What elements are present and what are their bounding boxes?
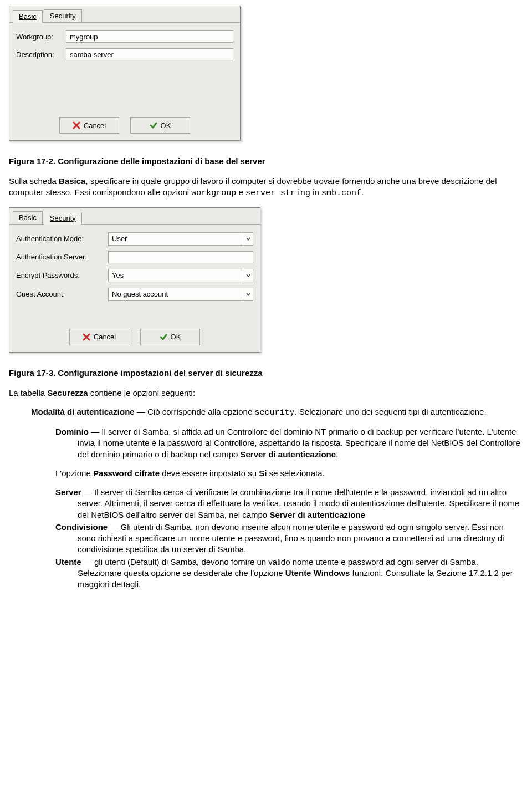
tabs: Basic Security: [9, 6, 240, 23]
ok-button[interactable]: OK: [140, 329, 200, 345]
cancel-button[interactable]: Cancel: [69, 329, 129, 345]
description-value: samba server: [70, 50, 114, 59]
workgroup-label: Workgroup:: [16, 33, 66, 41]
def-condivisione: Condivisione — Gli utenti di Samba, non …: [55, 522, 523, 555]
paragraph-1: Sulla scheda Basica, specificare in qual…: [9, 176, 523, 200]
guest-value: No guest account: [109, 290, 243, 298]
figure-caption-1: Figura 17-2. Configurazione delle impost…: [9, 156, 525, 166]
def-server: Server — Il server di Samba cerca di ver…: [55, 487, 523, 521]
tab-basic[interactable]: Basic: [13, 211, 43, 224]
security-settings-dialog: Basic Security Authentication Mode: User…: [9, 207, 260, 353]
authmode-label: Authentication Mode:: [16, 235, 108, 243]
ok-label: O: [171, 333, 176, 341]
paragraph-2: La tabella Securezza contiene le opzioni…: [9, 388, 523, 399]
button-row: Cancel OK: [9, 115, 240, 140]
ok-label-rest: K: [166, 121, 171, 130]
authserver-input[interactable]: [108, 251, 253, 263]
description-label: Description:: [16, 50, 66, 59]
encrypt-label: Encrypt Passwords:: [16, 271, 108, 279]
def-utente: Utente — gli utenti (Default) di Samba, …: [55, 557, 523, 590]
tab-basic[interactable]: Basic: [13, 10, 43, 23]
ok-icon: [160, 333, 167, 341]
guest-label: Guest Account:: [16, 290, 108, 298]
cancel-label: C: [84, 121, 89, 130]
chevron-down-icon[interactable]: [243, 269, 253, 282]
encrypt-combo[interactable]: Yes: [108, 269, 253, 282]
definition-list: Modalità di autenticazione — Ció corrisp…: [9, 406, 523, 590]
dialog-body: Authentication Mode: User Authentication…: [9, 225, 260, 327]
basic-settings-dialog: Basic Security Workgroup: mygroup Descri…: [9, 6, 241, 141]
tabs: Basic Security: [9, 208, 260, 225]
def-dominio: Dominio — Il server di Samba, si affida …: [55, 426, 523, 479]
tab-security[interactable]: Security: [44, 212, 82, 225]
authmode-value: User: [109, 235, 243, 243]
dialog-body: Workgroup: mygroup Description: samba se…: [9, 23, 240, 115]
button-row: Cancel OK: [9, 327, 260, 352]
workgroup-value: mygroup: [70, 33, 98, 41]
cancel-button[interactable]: Cancel: [59, 117, 119, 134]
guest-combo[interactable]: No guest account: [108, 288, 253, 301]
ok-button[interactable]: OK: [130, 117, 190, 134]
tab-security-label: Security: [50, 214, 76, 222]
authmode-combo[interactable]: User: [108, 232, 253, 246]
ok-label: O: [161, 121, 166, 130]
chevron-down-icon[interactable]: [243, 288, 253, 300]
tab-security-label: Security: [50, 12, 76, 20]
description-input[interactable]: samba server: [66, 48, 233, 60]
section-link[interactable]: la Sezione 17.2.1.2: [427, 568, 498, 578]
chevron-down-icon[interactable]: [243, 233, 253, 245]
cancel-icon: [73, 121, 80, 129]
def-modalita: Modalità di autenticazione — Ció corrisp…: [31, 406, 523, 419]
ok-label-rest: K: [176, 333, 181, 341]
cancel-icon: [83, 333, 90, 341]
workgroup-input[interactable]: mygroup: [66, 30, 233, 43]
tab-basic-label: Basic: [19, 12, 37, 21]
tab-security[interactable]: Security: [44, 9, 82, 22]
figure-caption-2: Figura 17-3. Configurazione impostazioni…: [9, 368, 525, 378]
cancel-label-rest: ancel: [89, 121, 106, 130]
cancel-label-rest: ancel: [99, 333, 116, 341]
authserver-label: Authentication Server:: [16, 253, 108, 261]
cancel-label: C: [94, 333, 99, 341]
ok-icon: [150, 121, 157, 129]
tab-basic-label: Basic: [19, 213, 37, 222]
encrypt-value: Yes: [109, 271, 243, 279]
